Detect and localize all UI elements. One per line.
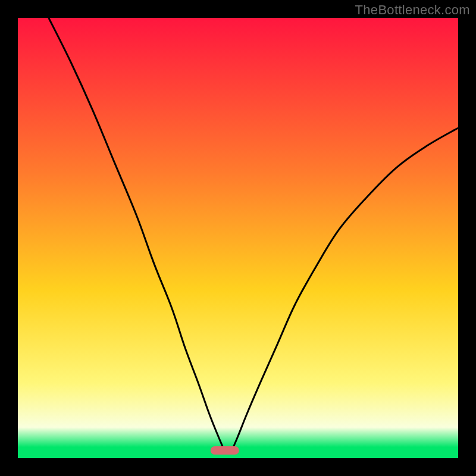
gradient-background: [18, 18, 458, 458]
minimum-marker: [211, 446, 239, 455]
chart-svg: [18, 18, 458, 458]
chart-plot-area: [18, 18, 458, 458]
attribution-text: TheBottleneck.com: [355, 2, 470, 18]
